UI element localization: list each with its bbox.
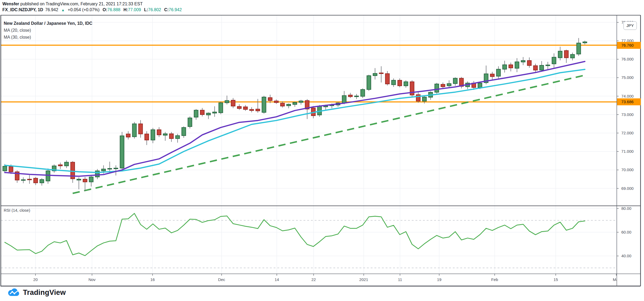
candle-body-up — [163, 134, 167, 135]
chart-title: New Zealand Dollar / Japanese Yen, 1D, I… — [4, 20, 92, 27]
time-tick-label: 2021 — [359, 274, 368, 286]
candle-body-down — [58, 165, 62, 166]
symbol-name: FX_IDC:NZDJPY, 1D — [2, 7, 43, 12]
high-label: H: — [123, 7, 128, 12]
candle-body-down — [534, 66, 538, 70]
candle-body-up — [151, 130, 155, 140]
candle-body-up — [225, 101, 229, 103]
candle-body-down — [83, 179, 87, 182]
time-tick-label: Nov — [89, 274, 96, 286]
candle-body-up — [361, 90, 365, 97]
time-tick-label: 15 — [554, 274, 558, 286]
candle-body-down — [145, 134, 149, 140]
price-change: +0.054 (+0.07%) — [68, 7, 99, 12]
candle-body-down — [200, 110, 204, 115]
tradingview-logo: TradingView — [7, 288, 66, 297]
price-level-tag: 73.686 — [617, 98, 641, 105]
legend-ma30: MA (30, close) — [4, 34, 92, 41]
candle-body-up — [422, 97, 426, 101]
rsi-tick-label: 80.00 — [621, 206, 631, 211]
candle-body-down — [441, 84, 445, 87]
up-arrow-icon: ▲ — [61, 8, 65, 12]
candle-body-up — [120, 136, 124, 168]
candle-body-down — [274, 101, 278, 103]
candle-body-down — [490, 74, 494, 77]
candle-body-up — [435, 84, 439, 92]
candle-body-down — [268, 98, 272, 101]
candle-body-up — [262, 97, 266, 112]
candle-body-down — [237, 106, 241, 109]
publisher-name: Wensfer — [2, 2, 19, 6]
time-tick-label: 22 — [311, 274, 316, 286]
candle-body-up — [354, 96, 358, 97]
candle-body-down — [34, 178, 38, 183]
candle-body-down — [169, 134, 173, 139]
open-value: 76.888 — [107, 7, 121, 12]
candle-body-up — [546, 65, 550, 66]
high-value: 77.009 — [128, 7, 141, 12]
candle-body-down — [281, 103, 285, 106]
candle-body-down — [348, 95, 352, 97]
candle-body-up — [293, 102, 297, 105]
time-tick-label: 14 — [275, 274, 279, 286]
candle-body-up — [213, 112, 217, 113]
time-tick-label: Feb — [491, 274, 498, 286]
candle-body-up — [373, 73, 377, 75]
publish-line: Wensfer published on TradingView.com, Fe… — [2, 1, 184, 7]
price-tick-label: 69.000 — [621, 186, 634, 191]
tradingview-snapshot: Wensfer published on TradingView.com, Fe… — [0, 0, 644, 301]
candle-body-down — [243, 107, 247, 110]
price-tick-label: 72.000 — [621, 130, 634, 136]
candle-body-up — [287, 104, 291, 106]
candle-body-up — [570, 54, 574, 58]
candle-body-up — [558, 51, 562, 58]
candle-body-up — [478, 83, 482, 87]
chart-canvas — [0, 0, 644, 301]
currency-badge: JPY — [623, 21, 637, 30]
candle-body-up — [108, 168, 112, 169]
candle-body-up — [182, 127, 186, 135]
rsi-legend: RSI (14, close) — [4, 208, 30, 212]
candle-body-up — [540, 65, 544, 70]
low-label: L: — [144, 7, 148, 12]
candle-body-up — [65, 162, 69, 166]
candle-body-up — [342, 96, 346, 103]
trendline — [73, 75, 586, 193]
snapshot-header: Wensfer published on TradingView.com, Fe… — [2, 1, 184, 13]
candle-body-up — [552, 57, 556, 64]
candle-body-down — [9, 167, 13, 172]
time-tick-label: Dec — [218, 274, 225, 286]
price-tick-label: 75.000 — [621, 75, 634, 80]
candle-body-up — [367, 76, 371, 90]
candle-body-up — [46, 171, 50, 181]
candle-body-up — [391, 80, 395, 85]
candle-body-down — [256, 109, 260, 111]
candle-body-down — [126, 134, 130, 137]
candle-body-down — [527, 61, 531, 66]
candle-body-down — [398, 80, 402, 86]
cloud-icon — [7, 288, 20, 297]
candle-body-up — [21, 180, 25, 180]
candle-body-up — [299, 101, 303, 103]
price-tick-label: 71.000 — [621, 149, 634, 154]
candle-body-down — [139, 124, 143, 134]
time-tick-label: 11 — [398, 274, 402, 286]
close-label: C: — [164, 7, 169, 12]
time-tick-label: Mar — [613, 274, 617, 286]
candle-body-down — [157, 130, 161, 135]
candle-body-up — [447, 84, 451, 86]
candle-body-down — [231, 100, 235, 106]
candle-body-up — [95, 171, 99, 177]
candle-body-up — [102, 169, 106, 171]
candle-body-up — [89, 177, 93, 182]
candle-body-up — [497, 69, 501, 76]
logo-text: TradingView — [23, 288, 66, 297]
candle-body-up — [219, 103, 223, 113]
candle-body-up — [77, 179, 81, 180]
candle-body-up — [503, 65, 507, 69]
candle-body-down — [416, 95, 420, 101]
candle-body-up — [521, 61, 525, 62]
low-value: 76.802 — [148, 7, 161, 12]
candle-body-up — [132, 124, 136, 137]
candle-body-up — [194, 110, 198, 117]
